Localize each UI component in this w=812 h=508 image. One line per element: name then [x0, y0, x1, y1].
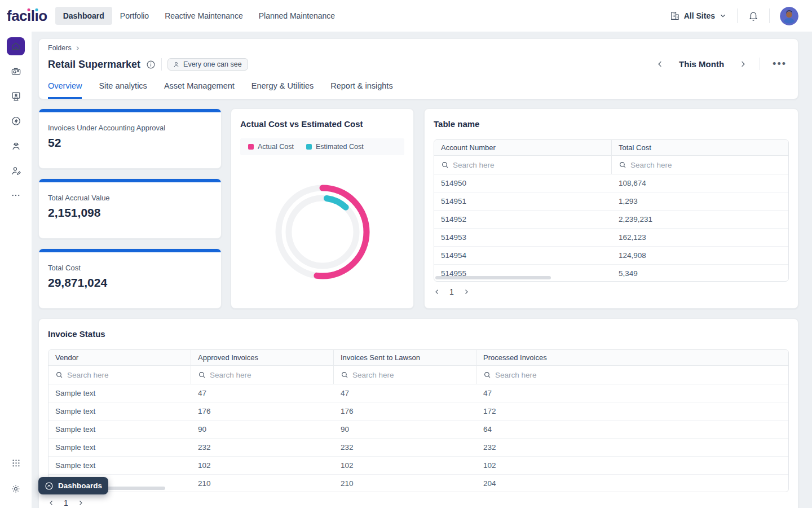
- page-next-button[interactable]: [77, 500, 84, 506]
- site-selector[interactable]: All Sites: [670, 11, 727, 21]
- facilio-logo[interactable]: facılıo: [7, 8, 47, 23]
- sidebar-item-more[interactable]: [7, 186, 25, 204]
- cell-cost: 1,293: [612, 192, 789, 210]
- sidebar-item-vendor[interactable]: [7, 161, 25, 179]
- table-row[interactable]: 514954 124,908: [434, 247, 788, 265]
- primary-nav: Dashboard Portfolio Reactive Maintenance…: [55, 7, 343, 25]
- column-header-vendor[interactable]: Vendor: [48, 350, 191, 365]
- nav-item-reactive-maintenance[interactable]: Reactive Maintenance: [157, 7, 251, 25]
- breadcrumb-folders[interactable]: Folders: [48, 44, 72, 52]
- visibility-badge-label: Every one can see: [183, 60, 242, 68]
- table-row[interactable]: 514950 108,674: [434, 174, 788, 192]
- tab-overview[interactable]: Overview: [48, 81, 82, 99]
- table-row[interactable]: Sample text 90 90 64: [48, 421, 788, 439]
- previous-period-button[interactable]: [656, 60, 664, 68]
- cell-vendor: Sample text: [48, 421, 191, 438]
- cell-processed: 47: [476, 384, 788, 402]
- app-window: facılıo Dashboard Portfolio Reactive Mai…: [0, 0, 812, 508]
- tab-energy-utilities[interactable]: Energy & Utilities: [251, 81, 314, 99]
- building-icon: [670, 11, 680, 21]
- sidebar-item-energy[interactable]: [7, 112, 25, 130]
- person-edit-icon: [11, 165, 21, 176]
- user-avatar[interactable]: [780, 7, 798, 25]
- account-table: Account Number Total Cost 514950 108,674…: [434, 139, 789, 282]
- top-navbar: facılıo Dashboard Portfolio Reactive Mai…: [0, 0, 812, 32]
- sidebar-item-workforce[interactable]: [7, 137, 25, 155]
- column-header-account-number[interactable]: Account Number: [434, 140, 612, 155]
- cell-cost: 124,908: [612, 247, 789, 264]
- page-number[interactable]: 1: [64, 498, 68, 507]
- table-row[interactable]: 514952 2,239,231: [434, 211, 788, 229]
- search-input[interactable]: [67, 371, 175, 379]
- tab-report-insights[interactable]: Report & insights: [330, 81, 392, 99]
- cell-vendor: Sample text: [48, 439, 191, 456]
- visibility-badge[interactable]: Every one can see: [167, 58, 248, 71]
- cell-cost: 108,674: [612, 174, 789, 192]
- period-label[interactable]: This Month: [679, 59, 724, 69]
- info-icon[interactable]: [146, 60, 156, 69]
- kpi-label: Invoices Under Accounting Approval: [48, 124, 212, 132]
- divider: [737, 8, 738, 23]
- dashboard-header-panel: Folders Retail Supermarket Every one can…: [38, 38, 798, 99]
- sidebar-item-settings[interactable]: [7, 480, 25, 498]
- page-number[interactable]: 1: [449, 287, 454, 296]
- kpi-accent-bar: [39, 179, 221, 182]
- tab-asset-management[interactable]: Asset Management: [164, 81, 235, 99]
- sidebar-item-assets[interactable]: [7, 62, 25, 80]
- cell-processed: 102: [476, 457, 788, 474]
- cell-account: 514953: [434, 229, 612, 246]
- chart-legend: Actual Cost Estimated Cost: [240, 138, 404, 155]
- nav-item-portfolio[interactable]: Portfolio: [112, 7, 157, 25]
- chart-card-actual-vs-estimated: Actual Cost vs Estimated Cost Actual Cos…: [231, 108, 414, 309]
- kpi-label: Total Cost: [48, 264, 212, 272]
- horizontal-scrollbar[interactable]: [435, 276, 551, 279]
- notifications-bell-icon[interactable]: [748, 10, 759, 21]
- tab-site-analytics[interactable]: Site analytics: [99, 81, 147, 99]
- column-header-approved[interactable]: Approved Invoices: [191, 350, 334, 365]
- cell-processed: 64: [476, 421, 788, 438]
- column-header-processed[interactable]: Processed Invoices: [476, 350, 788, 365]
- sidebar-item-apps[interactable]: [7, 454, 25, 472]
- search-input[interactable]: [495, 371, 739, 379]
- table-row[interactable]: Sample text 102 102 102: [48, 457, 788, 475]
- column-header-sent-lawson[interactable]: Invoices Sent to Lawson: [334, 350, 476, 365]
- kpi-card-invoices-approval: Invoices Under Accounting Approval 52: [38, 108, 222, 169]
- page-next-button[interactable]: [463, 288, 470, 295]
- table-header-row: Account Number Total Cost: [434, 140, 788, 156]
- search-input[interactable]: [352, 371, 461, 379]
- next-period-button[interactable]: [739, 60, 747, 68]
- account-table-card: Table name Account Number Total Cost 514…: [424, 108, 798, 309]
- search-input[interactable]: [210, 371, 318, 379]
- search-input[interactable]: [630, 161, 767, 169]
- sidebar-item-visitor[interactable]: [7, 87, 25, 105]
- nav-item-dashboard[interactable]: Dashboard: [55, 7, 112, 25]
- table-row[interactable]: Sample text 176 176 172: [48, 402, 788, 421]
- invoice-status-card: Invoice Status Vendor Approved Invoices …: [38, 318, 798, 508]
- breadcrumb[interactable]: Folders: [48, 44, 81, 52]
- page-previous-button[interactable]: [48, 500, 55, 506]
- more-options-button[interactable]: •••: [773, 61, 787, 67]
- legend-item-actual-cost[interactable]: Actual Cost: [248, 143, 294, 151]
- legend-item-estimated-cost[interactable]: Estimated Cost: [306, 143, 364, 151]
- legend-swatch: [248, 144, 254, 150]
- person-icon: [173, 61, 180, 68]
- cell-approved: 176: [191, 402, 334, 420]
- table-row[interactable]: 514951 1,293: [434, 192, 788, 211]
- column-header-total-cost[interactable]: Total Cost: [612, 140, 789, 155]
- page-title: Retail Supermarket: [48, 59, 140, 71]
- invoice-table: Vendor Approved Invoices Invoices Sent t…: [48, 349, 789, 492]
- dashboards-button[interactable]: Dashboards: [38, 477, 108, 494]
- sidebar-item-home[interactable]: [7, 37, 25, 55]
- table-row[interactable]: 514953 162,123: [434, 229, 788, 247]
- cell-cost: 2,239,231: [612, 211, 789, 228]
- cell-cost: 162,123: [612, 229, 789, 246]
- search-icon: [619, 161, 626, 169]
- table-row[interactable]: Sample text 47 47 47: [48, 384, 788, 402]
- kpi-accent-bar: [39, 249, 221, 252]
- nav-item-planned-maintenance[interactable]: Planned Maintenance: [251, 7, 343, 25]
- search-input[interactable]: [453, 161, 589, 169]
- app-sidebar: [0, 32, 32, 508]
- page-previous-button[interactable]: [434, 288, 440, 295]
- divider: [760, 58, 760, 70]
- table-row[interactable]: Sample text 232 232 232: [48, 439, 788, 457]
